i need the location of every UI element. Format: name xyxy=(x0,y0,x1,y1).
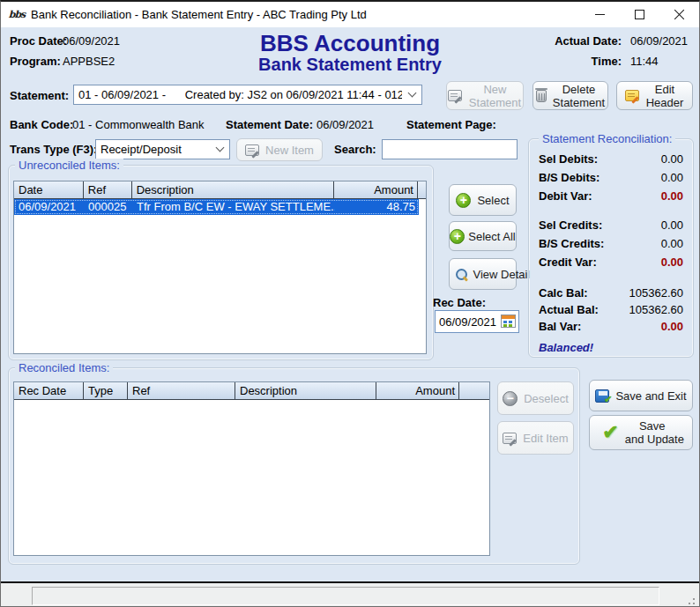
minus-circle-icon: − xyxy=(503,391,518,406)
credit-var-label: Credit Var: xyxy=(539,255,597,269)
column-header-ref[interactable]: Ref xyxy=(128,382,235,399)
actual-bal-label: Actual Bal: xyxy=(539,303,599,316)
balanced-status: Balanced! xyxy=(539,341,593,354)
save-and-update-button[interactable]: ✔ Save and Update xyxy=(589,415,693,450)
window-title: Bank Reconciliation - Bank Statement Ent… xyxy=(31,8,367,21)
calc-bal-label: Calc Bal: xyxy=(539,286,588,300)
bank-code-value: 01 - Commonwealth Bank xyxy=(72,118,205,131)
bal-var-value: 0.00 xyxy=(661,320,683,333)
select-all-button[interactable]: + Select All xyxy=(449,221,517,251)
trash-icon xyxy=(536,90,547,102)
edit-header-button[interactable]: Edit Header xyxy=(616,81,693,110)
new-item-label: New Item xyxy=(265,144,314,157)
app-window: bbs Bank Reconciliation - Bank Statement… xyxy=(0,0,700,607)
trans-type-label: Trans Type (F3): xyxy=(10,143,97,156)
new-item-button[interactable]: New Item xyxy=(236,138,323,161)
rec-date-value: 06/09/2021 xyxy=(439,315,496,329)
column-header-amount[interactable]: Amount xyxy=(376,382,459,399)
cell-ref: 000025 xyxy=(84,199,132,215)
resize-grip-icon[interactable] xyxy=(684,594,695,604)
deselect-button[interactable]: − Deselect xyxy=(497,381,574,415)
column-header-filler xyxy=(459,382,489,399)
bs-credits-label: B/S Credits: xyxy=(539,237,604,250)
column-header-amount[interactable]: Amount xyxy=(334,181,418,198)
sel-debits-value: 0.00 xyxy=(661,152,683,166)
plus-circle-icon: + xyxy=(456,193,471,208)
sel-credits-label: Sel Credits: xyxy=(539,218,602,232)
sel-credits-row: Sel Credits: 0.00 xyxy=(539,218,683,233)
bs-debits-value: 0.00 xyxy=(661,171,683,184)
unreconciled-items-table[interactable]: Date Ref Description Amount 06/09/2021 0… xyxy=(13,181,427,354)
bank-code-label: Bank Code: xyxy=(10,118,73,131)
cell-amount: 48.75 xyxy=(335,199,419,215)
deselect-label: Deselect xyxy=(524,392,569,405)
plus-circle-icon: + xyxy=(450,229,465,244)
status-bar xyxy=(1,583,699,607)
select-button[interactable]: + Select xyxy=(449,184,517,216)
chevron-down-icon xyxy=(408,88,417,97)
time-value: 11:44 xyxy=(630,55,659,68)
table-row[interactable]: 06/09/2021 000025 Tfr From B/C EW - EWAY… xyxy=(14,199,419,215)
check-icon: ✔ xyxy=(602,424,618,441)
minimize-button[interactable] xyxy=(580,2,620,27)
save-and-exit-label: Save and Exit xyxy=(615,389,686,403)
reconciled-items-table[interactable]: Rec Date Type Ref Description Amount xyxy=(13,381,490,556)
statement-date-value: 06/09/2021 xyxy=(316,118,374,131)
debit-var-label: Debit Var: xyxy=(539,189,592,203)
edit-item-button[interactable]: Edit Item xyxy=(497,421,574,455)
column-header-description[interactable]: Description xyxy=(235,382,376,399)
calc-bal-row: Calc Bal: 105362.60 xyxy=(539,286,683,300)
edit-header-icon xyxy=(625,90,639,101)
actual-date-value: 06/09/2021 xyxy=(630,34,688,48)
select-label: Select xyxy=(477,194,509,207)
search-label: Search: xyxy=(334,143,376,156)
debit-var-value: 0.00 xyxy=(661,189,683,203)
column-header-type[interactable]: Type xyxy=(84,382,128,399)
edit-item-label: Edit Item xyxy=(523,432,568,445)
app-logo-icon: bbs xyxy=(8,7,26,23)
statement-combobox-value: 01 - 06/09/2021 - Created by: JS2 on 06/… xyxy=(78,88,402,101)
status-panel xyxy=(32,587,659,605)
close-icon xyxy=(674,9,685,20)
statement-reconciliation-group-label: Statement Reconciliation: xyxy=(539,132,675,145)
time-label: Time: xyxy=(592,55,622,68)
bs-credits-row: B/S Credits: 0.00 xyxy=(539,237,683,251)
calendar-icon[interactable] xyxy=(501,315,516,328)
delete-statement-label: Delete Statement xyxy=(553,83,606,109)
calc-bal-value: 105362.60 xyxy=(629,286,683,300)
cell-date: 06/09/2021 xyxy=(14,199,84,215)
bs-credits-value: 0.00 xyxy=(661,237,683,250)
actual-date-label: Actual Date: xyxy=(555,34,622,48)
column-header-date[interactable]: Date xyxy=(14,181,84,198)
magnifier-icon xyxy=(456,269,467,280)
column-header-rec-date[interactable]: Rec Date xyxy=(14,382,84,399)
statement-label: Statement: xyxy=(10,89,69,102)
save-exit-icon: ✔ xyxy=(595,389,609,403)
column-header-filler xyxy=(418,181,426,198)
search-input[interactable] xyxy=(382,139,518,159)
close-button[interactable] xyxy=(659,2,699,27)
chevron-down-icon xyxy=(216,143,225,152)
maximize-button[interactable] xyxy=(620,2,659,27)
check-icon: ✔ xyxy=(604,393,612,406)
view-detail-button[interactable]: View Detail xyxy=(449,258,517,290)
trans-type-combobox[interactable]: Receipt/Deposit xyxy=(95,139,230,159)
trans-type-value: Receipt/Deposit xyxy=(101,143,182,156)
bal-var-row: Bal Var: 0.00 xyxy=(539,320,683,334)
statement-combobox[interactable]: 01 - 06/09/2021 - Created by: JS2 on 06/… xyxy=(73,85,422,105)
reconciled-table-header: Rec Date Type Ref Description Amount xyxy=(14,382,489,400)
edit-item-icon xyxy=(503,433,517,444)
unreconciled-items-group-label: Unreconciled Items: xyxy=(15,159,123,172)
rec-date-field[interactable]: 06/09/2021 xyxy=(435,310,519,333)
delete-statement-button[interactable]: Delete Statement xyxy=(532,81,608,110)
new-statement-button[interactable]: New Statement xyxy=(446,81,524,110)
save-and-exit-button[interactable]: ✔ Save and Exit xyxy=(589,380,693,411)
bal-var-label: Bal Var: xyxy=(539,320,581,333)
maximize-icon xyxy=(635,10,644,19)
statement-reconciliation-group: Sel Debits: 0.00 B/S Debits: 0.00 Debit … xyxy=(528,138,694,358)
column-header-description[interactable]: Description xyxy=(132,181,334,198)
client-area: Proc Date: 06/09/2021 Program: APPBSE2 B… xyxy=(1,27,699,581)
sel-debits-label: Sel Debits: xyxy=(539,152,598,166)
actual-bal-value: 105362.60 xyxy=(629,303,683,316)
column-header-ref[interactable]: Ref xyxy=(84,181,132,198)
